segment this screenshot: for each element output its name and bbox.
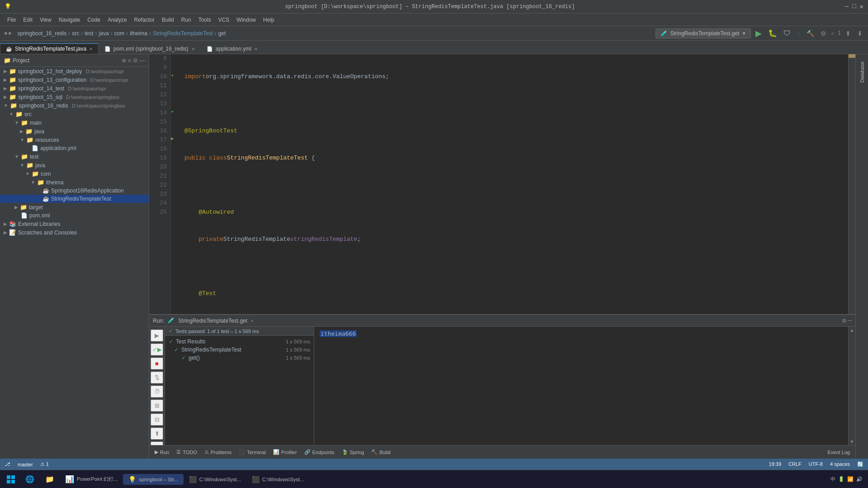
sidebar-item-pomxml[interactable]: 📄 pom.xml: [0, 211, 149, 220]
test-result-root[interactable]: ✓ Test Results 1 s 569 ms: [167, 338, 312, 346]
sidebar-item-com[interactable]: 📁 com: [0, 169, 149, 178]
tab-problems[interactable]: ⚠ Problems: [202, 447, 234, 457]
menu-run[interactable]: Run: [178, 15, 195, 24]
build-button[interactable]: 🔨: [805, 29, 816, 38]
sidebar-item-test[interactable]: 📁 test: [0, 152, 149, 161]
sidebar-settings-icon[interactable]: ⚙: [133, 57, 138, 64]
scroll-down[interactable]: ⬇: [855, 29, 864, 38]
menu-file[interactable]: File: [4, 15, 19, 24]
tab-run[interactable]: ▶ Run: [152, 447, 172, 457]
vcs-icon[interactable]: 🔄: [857, 461, 863, 467]
sidebar-item-itheima[interactable]: 📁 itheima: [0, 178, 149, 187]
scroll-top-btn[interactable]: ▲: [849, 327, 855, 333]
run-config-selector[interactable]: 🧪 StringRedisTemplateTest.get ▼: [656, 28, 751, 38]
menu-help[interactable]: Help: [259, 15, 278, 24]
close-tab-pomxml[interactable]: ✕: [191, 47, 195, 52]
menu-tools[interactable]: Tools: [195, 15, 215, 24]
sidebar-item-scratches[interactable]: 📝 Scratches and Consoles: [0, 228, 149, 237]
sort-duration-button[interactable]: ⏱: [151, 385, 163, 398]
sidebar-item-target[interactable]: 📁 target: [0, 203, 149, 211]
breadcrumb-itheima[interactable]: itheima: [130, 30, 147, 37]
taskbar-lang[interactable]: 中: [830, 476, 835, 483]
sidebar-item-springboot16[interactable]: 📁 springboot_16_redis D:\workspace\sprin…: [0, 101, 149, 110]
menu-code[interactable]: Code: [84, 15, 104, 24]
menu-vcs[interactable]: VCS: [215, 15, 233, 24]
close-run-tab[interactable]: ✕: [251, 318, 254, 324]
sidebar-close-icon[interactable]: —: [140, 57, 145, 64]
sidebar-item-springboot16app[interactable]: ☕ Springboot16RedisApplication: [0, 187, 149, 195]
scroll-up[interactable]: ⬆: [844, 29, 853, 38]
sidebar-item-java-main[interactable]: 📁 java: [0, 127, 149, 136]
menu-view[interactable]: View: [36, 15, 55, 24]
breadcrumb-java[interactable]: java: [99, 30, 109, 37]
start-button[interactable]: [2, 470, 20, 488]
minimize-button[interactable]: —: [845, 3, 849, 10]
sidebar-item-stringredistest[interactable]: ☕ StringRedisTemplateTest: [0, 195, 149, 203]
nav-forward[interactable]: ▶: [9, 30, 12, 37]
sidebar-item-src[interactable]: 📁 src: [0, 110, 149, 118]
close-tab-applicationyml[interactable]: ✕: [254, 47, 258, 52]
scroll-bottom-btn[interactable]: ▼: [849, 438, 855, 445]
menu-refactor[interactable]: Refactor: [131, 15, 158, 24]
sidebar-new-icon[interactable]: ⊕: [122, 57, 126, 64]
menu-edit[interactable]: Edit: [19, 15, 36, 24]
taskbar-edge[interactable]: 🌐: [20, 473, 40, 485]
taskbar-explorer[interactable]: 📁: [40, 473, 60, 485]
database-tab[interactable]: Database: [858, 58, 867, 86]
taskbar-intellij[interactable]: 💡 springboot – Str...: [123, 474, 183, 485]
code-editor[interactable]: 89101112 1314151617 1819202122 232425 ✦ …: [149, 54, 855, 314]
collapse-button[interactable]: ⊟: [151, 413, 163, 426]
sidebar-item-appyml[interactable]: 📄 application.yml: [0, 144, 149, 152]
warning-icon[interactable]: ⚠ 1: [40, 461, 49, 467]
sidebar-item-resources[interactable]: 📁 resources: [0, 136, 149, 144]
console-output[interactable]: itheima666: [314, 327, 848, 445]
sidebar-item-springboot14[interactable]: 📁 springboot_14_test D:\workspace\spr: [0, 84, 149, 93]
menu-build[interactable]: Build: [158, 15, 178, 24]
test-result-method[interactable]: ✓ get() 1 s 569 ms: [167, 354, 312, 362]
sidebar-item-external-libraries[interactable]: 📚 External Libraries: [0, 220, 149, 228]
sidebar-item-springboot15[interactable]: 📁 springboot_15_sql D:\workspace\springb…: [0, 93, 149, 101]
taskbar-cmd1[interactable]: ⬛ C:\Windows\Syst...: [184, 474, 246, 485]
tab-terminal[interactable]: ⬛ Terminal: [236, 447, 269, 457]
sidebar-item-springboot13[interactable]: 📁 springboot_13_configuration D:\workspa…: [0, 75, 149, 84]
tab-spring[interactable]: 🍃 Spring: [339, 447, 367, 457]
run-button[interactable]: ▶: [754, 28, 764, 39]
breadcrumb-method[interactable]: get: [218, 30, 226, 37]
menu-navigate[interactable]: Navigate: [55, 15, 84, 24]
breadcrumb-class[interactable]: StringRedisTemplateTest: [153, 30, 213, 37]
code-content[interactable]: import org.springframework.data.redis.co…: [180, 54, 848, 314]
sidebar-item-main[interactable]: 📁 main: [0, 118, 149, 127]
breadcrumb-com[interactable]: com: [114, 30, 125, 37]
nav-back[interactable]: ◀: [4, 30, 7, 37]
tab-applicationyml[interactable]: 📄 application.yml ✕: [201, 43, 264, 54]
filter-down-button[interactable]: ⬇: [151, 441, 163, 445]
taskbar-cmd2[interactable]: ⬛ C:\Windows\Syst...: [246, 474, 309, 485]
tab-todo[interactable]: ☰ TODO: [174, 447, 200, 457]
expand-button[interactable]: ⊞: [151, 399, 163, 412]
breadcrumb-project[interactable]: springboot_16_redis: [17, 30, 66, 37]
tab-build[interactable]: 🔨 Build: [368, 447, 393, 457]
tab-pomxml[interactable]: 📄 pom.xml (springboot_16_redis) ✕: [99, 43, 200, 54]
event-log-button[interactable]: Event Log: [825, 448, 853, 457]
run-with-coverage-button[interactable]: 🛡: [782, 28, 793, 38]
sidebar-item-springboot12[interactable]: 📁 springboot_12_hot_deploy D:\workspace\…: [0, 67, 149, 75]
menu-window[interactable]: Window: [233, 15, 259, 24]
run-icon-17[interactable]: ▶: [171, 136, 174, 141]
breadcrumb-src[interactable]: src: [72, 30, 79, 37]
close-button[interactable]: ✕: [860, 3, 863, 10]
stop-button[interactable]: ■: [151, 357, 163, 370]
run-panel-minimize-icon[interactable]: —: [848, 317, 852, 324]
test-result-class[interactable]: ✓ StringRedisTemplateTest 1 s 569 ms: [167, 346, 312, 354]
rerun-failed-button[interactable]: ✓▶: [151, 343, 163, 356]
menu-analyze[interactable]: Analyze: [104, 15, 131, 24]
rerun-button[interactable]: ▶: [151, 329, 163, 342]
sidebar-item-java-test[interactable]: 📁 java: [0, 161, 149, 169]
tab-stringredistemplate[interactable]: ☕ StringRedisTemplateTest.java ✕: [0, 43, 99, 54]
maximize-button[interactable]: □: [852, 3, 856, 10]
filter-button[interactable]: ⬆: [151, 427, 163, 440]
breadcrumb-test[interactable]: test: [85, 30, 93, 37]
sort-alpha-button[interactable]: ⇅: [151, 371, 163, 384]
run-panel-settings-icon[interactable]: ⚙: [842, 317, 846, 324]
sidebar-collapse-icon[interactable]: ≡: [128, 57, 131, 64]
tab-endpoints[interactable]: 🔗 Endpoints: [302, 447, 337, 457]
